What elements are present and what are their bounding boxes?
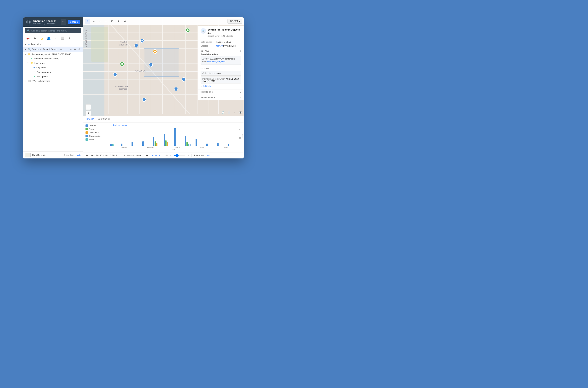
svg-text:KITCHEN: KITCHEN	[119, 44, 129, 46]
zoom-fit-label[interactable]: Zoom to fit	[150, 154, 160, 157]
timeline-tab[interactable]: Timeline	[85, 117, 94, 121]
rect-tool[interactable]: ▭	[103, 19, 109, 24]
legend-incident: Incident	[85, 124, 106, 127]
panel-subtitle: Search layer • 121 Objects	[208, 35, 241, 37]
map-upload-icon[interactable]: ↑	[85, 104, 91, 110]
x-label-jan: January	[121, 146, 127, 148]
appearance-row[interactable]: APPEARANCE ›	[198, 95, 244, 100]
layer-icon-moon[interactable]: 🌙	[39, 36, 45, 41]
x-label-feb: February	[147, 146, 154, 148]
histogram-row[interactable]: HISTOGRAM ›	[198, 89, 244, 95]
layer-item-key-terrain-group[interactable]: ▾ 📁 Key Terrain	[23, 61, 83, 65]
location-link[interactable]: New York, NY, USA	[207, 60, 226, 63]
circle-layer-icon: ◉	[33, 66, 35, 69]
bucket-label: Bucket size: Month	[123, 154, 141, 157]
layer-icon-waves[interactable]: ≡	[67, 36, 72, 41]
grid-layer-icon: ⬜	[28, 80, 31, 82]
annotation-icon: ◈	[28, 43, 30, 46]
layer-item-peak-contours[interactable]: 〜 Peak contours	[23, 70, 83, 74]
layer-item-annotation[interactable]: ▸ ◈ Annotation	[23, 42, 83, 47]
day-label: 1D	[165, 154, 168, 157]
layer-icon-people[interactable]: 👥	[46, 36, 52, 41]
event-color	[85, 128, 88, 130]
chat-panel-icon[interactable]: 💬	[238, 110, 243, 115]
map-side-tools: ↑ ⬆	[85, 104, 91, 116]
search-panel-icon: 🔍	[202, 29, 205, 32]
search-bar[interactable]: 🔍 Add data, search the map, and more...	[25, 28, 81, 33]
layer-item-restricted-terrain[interactable]: ▲ Restricted Terrain (25.0%)	[23, 56, 83, 61]
filter1-field: Object type	[202, 72, 214, 74]
terrain-analysis-label: Terrain Analysis at 18TWL 09795 12843	[32, 53, 81, 55]
basemap-preview	[25, 153, 30, 157]
appearance-label: APPEARANCE	[201, 97, 215, 98]
share-button[interactable]: Share 3	[68, 20, 80, 24]
layer-icon-folder[interactable]: ⬜	[60, 36, 65, 41]
add-time-focus-button[interactable]: + Add time focus	[111, 124, 127, 126]
add-filter-button[interactable]: ⊿ Add filter	[201, 84, 212, 88]
timeline-header: Timeline Event tracker ×	[83, 116, 244, 122]
timeline-close-button[interactable]: ×	[240, 118, 241, 121]
cursor-tool[interactable]: ↖	[85, 19, 90, 24]
bar-jan2-incident	[121, 144, 122, 146]
x-label-mar: March	[175, 146, 180, 148]
layer-item-key-terrain[interactable]: ◉ Key terrain	[23, 65, 83, 70]
event-tracker-tab[interactable]: Event tracker	[97, 117, 110, 121]
key-terrain-label: Key terrain	[36, 66, 81, 69]
layer-item-terrain-analysis[interactable]: ▾ 📁 Terrain Analysis at 18TWL 09795 1284…	[23, 52, 83, 56]
timeline-footer: Axis: Axis: Jan 10 – Jun 10, 2019 ▾ Buck…	[83, 152, 244, 158]
search-placeholder: Add data, search the map, and more...	[31, 29, 68, 32]
layer-item-nyc-subway[interactable]: ▸ ⬜ NYC_Subway.kmz	[23, 79, 83, 83]
grid-tool[interactable]: ⊞	[116, 19, 121, 24]
map-toolbar: ↖ ⬌ ✦ ▭ ⊡ ⊞ ⇄ INSERT ▾	[83, 17, 244, 25]
details-title[interactable]: DETAILS ▾	[201, 50, 241, 52]
bar-mar2-event	[165, 141, 166, 146]
shield-icon[interactable]: 🛡	[61, 19, 66, 25]
star-tool[interactable]: ✦	[97, 19, 103, 24]
chevron-down-icon: ▾	[27, 62, 29, 64]
list-panel-icon[interactable]: ≡	[232, 110, 237, 115]
bar-apr2-incident	[206, 144, 208, 146]
search-boundary-label: Search boundary	[201, 53, 241, 55]
clock-panel-icon[interactable]: 🕐	[220, 110, 226, 115]
bar-feb2-incident	[142, 142, 144, 146]
event-label-2: Event	[89, 138, 94, 141]
bar-jan1-incident	[110, 144, 112, 146]
insert-button[interactable]: INSERT ▾	[227, 19, 242, 24]
insert-label: INSERT	[230, 20, 238, 23]
svg-text:HELL'S: HELL'S	[120, 41, 128, 43]
eye-icon[interactable]: 👁	[78, 48, 81, 51]
bar-group-feb1	[132, 142, 142, 146]
axis-label: Axis: Axis: Jan 10 – Jun 10, 2019 ▾	[85, 154, 119, 157]
arrows-tool[interactable]: ⇄	[122, 19, 127, 24]
zoom-minus-icon[interactable]: −	[170, 154, 171, 157]
filter2-op: is between	[215, 78, 226, 80]
layer-item-peak-points[interactable]: ▲ Peak points	[23, 74, 83, 79]
created-link[interactable]: Mar 30	[216, 45, 223, 47]
axis-chevron[interactable]: ▾	[117, 154, 119, 157]
line-tool[interactable]: ⬌	[91, 19, 96, 24]
map-share-icon[interactable]: ⬆	[85, 111, 91, 116]
chevron-down-icon: ▾	[239, 20, 240, 23]
settings-icon[interactable]: ⚙	[73, 48, 77, 51]
add-overlay-button[interactable]: + Add	[76, 154, 81, 156]
bar-group-apr1	[196, 139, 206, 146]
layer-icon-car[interactable]: 🚗	[25, 36, 30, 41]
edit-icon[interactable]: ✏	[69, 48, 73, 51]
layer-icon-mountain[interactable]: ⛰	[32, 36, 37, 41]
funnel-icon: ⊿	[201, 85, 202, 87]
timezone-label: Time zone: Local ▾	[194, 154, 212, 157]
restricted-terrain-label: Restricted Terrain (25.0%)	[33, 57, 81, 60]
peak-points-label: Peak points	[37, 75, 81, 78]
layer-icon-circle[interactable]: ○	[53, 36, 58, 41]
panel-header-icon: 🔍	[201, 28, 206, 34]
line-layer-icon: 〜	[33, 71, 36, 73]
histogram-label: HISTOGRAM	[201, 91, 213, 93]
zoom-plus-icon[interactable]: +	[188, 154, 189, 157]
monitor-panel-icon[interactable]: ⬜	[226, 110, 231, 115]
layer-item-search-palantir[interactable]: ▸ 🔍 Search for Palantir Objects on... ✏ …	[23, 47, 83, 52]
frame-tool[interactable]: ⊡	[109, 19, 115, 24]
bar-group-jan2	[121, 144, 131, 146]
zoom-slider[interactable]	[174, 154, 186, 157]
right-panel: 🔍 Search for Palantir Objects a... Searc…	[198, 26, 244, 100]
timezone-select[interactable]: Local ▾	[205, 154, 212, 157]
